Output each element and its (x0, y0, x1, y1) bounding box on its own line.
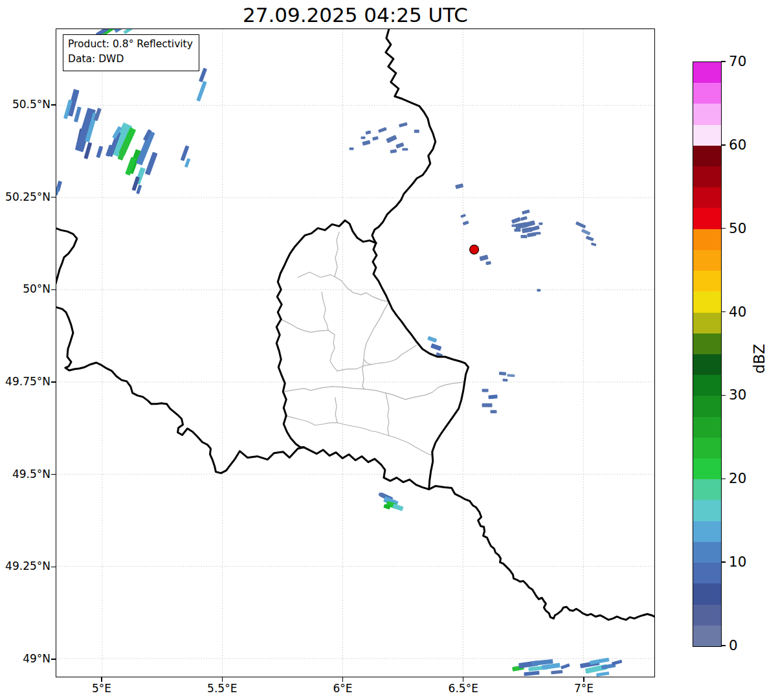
colorbar-segment (693, 396, 721, 416)
x-tick-mark (463, 677, 463, 682)
y-tick-label: 49°N (0, 652, 50, 666)
radar-echo-bin (581, 229, 591, 235)
radar-map-canvas (56, 29, 654, 677)
x-tick-label: 5.5°E (196, 682, 248, 695)
map-plot (56, 28, 655, 677)
country-border (304, 447, 429, 490)
colorbar-segment (693, 375, 721, 396)
radar-echo-bin (514, 229, 520, 232)
colorbar-tick-label: 40 (729, 304, 746, 321)
colorbar-segment (693, 229, 721, 250)
radar-echo-bin (390, 149, 397, 153)
colorbar (693, 62, 722, 647)
radar-echo-bin (463, 221, 469, 226)
colorbar-tick-label: 10 (729, 554, 746, 570)
radar-echo-bin (537, 289, 540, 291)
radar-echo-bin (392, 504, 403, 512)
colorbar-segment (693, 291, 721, 312)
colorbar-label: dBZ (751, 339, 768, 378)
x-tick-mark (583, 677, 584, 682)
y-tick-label: 49.25°N (0, 559, 50, 574)
colorbar-tick-mark (721, 144, 726, 145)
colorbar-tick-label: 0 (729, 637, 738, 654)
x-tick-label: 6.5°E (438, 682, 489, 695)
radar-echo-bin (488, 394, 497, 399)
colorbar-segment (693, 542, 721, 563)
radar-echo-bin (402, 148, 408, 151)
colorbar-segment (693, 104, 721, 124)
colorbar-segment (693, 208, 721, 229)
radar-echo-bin (427, 336, 437, 343)
colorbar-segment (693, 271, 721, 291)
radar-echo-bin (551, 670, 562, 675)
radar-echo-bin (522, 227, 533, 234)
radar-echo-bin (524, 671, 539, 676)
colorbar-segment (693, 605, 721, 626)
colorbar-tick-mark (721, 228, 726, 229)
radar-echo-bin (485, 261, 491, 265)
colorbar-tick-label: 20 (729, 470, 746, 487)
radar-figure: 27.09.2025 04:25 UTC Product: 0.8° Refle… (0, 0, 778, 700)
radar-echo-bin (365, 130, 371, 135)
radar-echo-bin (372, 136, 379, 141)
radar-echo-bin (482, 403, 493, 407)
radar-echo-bin (522, 209, 530, 214)
colorbar-segment (693, 563, 721, 583)
colorbar-tick-label: 50 (729, 220, 746, 237)
country-border (373, 243, 469, 489)
colorbar-segment (693, 458, 721, 479)
colorbar-tick-mark (721, 395, 726, 396)
radar-echo-bin (124, 29, 133, 34)
radar-echo-bin (511, 217, 521, 223)
product-annotation-box: Product: 0.8° Reflectivity Data: DWD (63, 34, 199, 71)
colorbar-segment (693, 125, 721, 146)
canton-border (337, 345, 417, 371)
radar-echo-bin (196, 81, 207, 102)
x-tick-mark (342, 677, 343, 682)
country-border (372, 29, 436, 243)
colorbar-segment (693, 313, 721, 333)
colorbar-segment (693, 354, 721, 375)
radar-echo-bin (199, 68, 207, 83)
colorbar-segment (693, 438, 721, 458)
radar-echo-bin (378, 127, 387, 133)
colorbar-tick-mark (721, 61, 726, 62)
radar-echo-bin (414, 130, 419, 133)
colorbar-segment (693, 333, 721, 354)
country-border (276, 220, 376, 447)
x-tick-mark (222, 677, 223, 682)
x-tick-mark (101, 677, 102, 682)
colorbar-segment (693, 166, 721, 187)
y-tick-mark (51, 474, 56, 475)
colorbar-segment (693, 62, 721, 83)
radar-echo-bin (386, 135, 397, 143)
radar-echo-bin (575, 221, 586, 229)
canton-border (281, 319, 328, 332)
y-tick-label: 50.5°N (0, 98, 50, 112)
radar-echo-bin (491, 410, 497, 413)
radar-site-marker (470, 245, 479, 254)
radar-echo-bin (395, 142, 404, 149)
radar-echo-bin (362, 140, 370, 146)
radar-echo-bin (455, 183, 463, 189)
y-tick-mark (51, 104, 56, 105)
radar-echo-bin (74, 106, 82, 122)
x-tick-label: 7°E (558, 682, 610, 695)
radar-echo-bin (520, 235, 527, 238)
canton-border (335, 232, 339, 277)
radar-echo-bin (361, 137, 365, 139)
y-tick-label: 49.75°N (0, 375, 50, 389)
radar-echo-bin (561, 663, 570, 669)
x-tick-label: 5°E (76, 682, 128, 695)
radar-echo-bin (520, 216, 528, 221)
radar-echo-bin (479, 254, 488, 261)
colorbar-segment (693, 583, 721, 604)
radar-echo-bin (539, 222, 542, 225)
radar-echo-bin (502, 379, 507, 382)
y-tick-label: 50°N (0, 282, 50, 297)
canton-border (322, 292, 328, 330)
colorbar-tick-mark (721, 645, 726, 646)
radar-echo-bin (526, 220, 535, 227)
radar-echo-bin (511, 224, 517, 227)
colorbar-tick-label: 70 (729, 53, 746, 70)
